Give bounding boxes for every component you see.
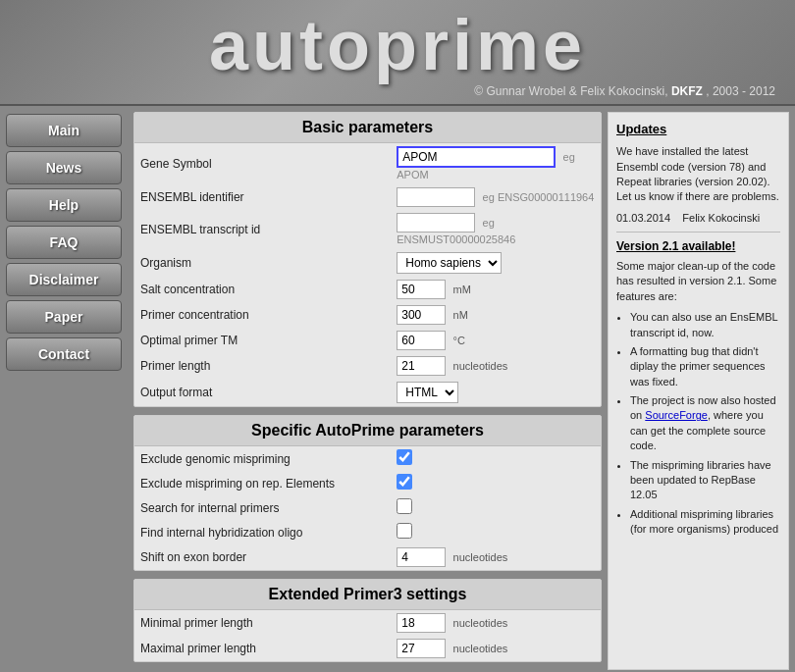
- updates-title: Updates: [616, 121, 780, 138]
- main-layout: Main News Help FAQ Disclaimer Paper Cont…: [0, 106, 795, 672]
- specific-params-table: Exclude genomic mispriming Exclude mispr…: [134, 446, 601, 570]
- shift-exon-input[interactable]: [397, 547, 446, 567]
- sidebar: Main News Help FAQ Disclaimer Paper Cont…: [0, 106, 128, 672]
- salt-conc-cell: mM: [391, 277, 601, 302]
- logo: autoprime: [0, 10, 795, 80]
- gene-symbol-input[interactable]: [397, 146, 556, 168]
- right-panel: Updates We have installed the latest Ens…: [608, 112, 789, 670]
- extended-params-table: Minimal primer length nucleotides Maxima…: [134, 610, 601, 661]
- sidebar-item-help[interactable]: Help: [6, 188, 122, 222]
- ensembl-id-label: ENSEMBL identifier: [134, 184, 391, 210]
- shift-exon-cell: nucleotides: [391, 544, 601, 570]
- search-internal-checkbox[interactable]: [397, 498, 412, 514]
- min-primer-input[interactable]: [397, 613, 446, 633]
- table-row: Exclude genomic mispriming: [134, 446, 601, 471]
- header: autoprime © Gunnar Wrobel & Felix Kokoci…: [0, 0, 795, 106]
- version-title: Version 2.1 available!: [616, 238, 780, 255]
- ensembl-transcript-input[interactable]: [397, 213, 475, 233]
- center-content: Basic parameters Gene Symbol eg APOM ENS…: [128, 106, 608, 672]
- sidebar-item-faq[interactable]: FAQ: [6, 226, 122, 259]
- table-row: Primer concentration nM: [134, 302, 601, 328]
- exclude-rep-checkbox[interactable]: [397, 474, 412, 490]
- primer-conc-cell: nM: [391, 302, 601, 328]
- table-row: Find internal hybridization oligo: [134, 520, 601, 544]
- primer-length-input[interactable]: [397, 356, 446, 376]
- primer-conc-input[interactable]: [397, 305, 446, 325]
- ensembl-transcript-label: ENSEMBL transcript id: [134, 210, 391, 249]
- max-primer-unit: nucleotides: [453, 643, 508, 654]
- max-primer-label: Maximal primer length: [134, 636, 391, 661]
- organism-label: Organism: [134, 249, 391, 277]
- list-item: Additional mispriming libraries (for mor…: [630, 507, 780, 538]
- primer-conc-label: Primer concentration: [134, 302, 391, 328]
- version-intro: Some major clean-up of the code has resu…: [616, 259, 780, 304]
- basic-params-title: Basic parameters: [134, 113, 601, 143]
- table-row: Optimal primer TM °C: [134, 328, 601, 353]
- min-primer-cell: nucleotides: [391, 610, 601, 636]
- find-hybridization-cell: [391, 520, 601, 544]
- primer-conc-unit: nM: [453, 309, 468, 321]
- table-row: Output format HTML Text: [134, 379, 601, 406]
- output-format-cell: HTML Text: [391, 379, 601, 406]
- organism-select[interactable]: Homo sapiens Mus musculus: [397, 252, 502, 274]
- sidebar-item-disclaimer[interactable]: Disclaimer: [6, 263, 122, 296]
- table-row: Search for internal primers: [134, 495, 601, 520]
- output-format-select[interactable]: HTML Text: [397, 382, 458, 403]
- organism-cell: Homo sapiens Mus musculus: [391, 249, 601, 277]
- optimal-tm-input[interactable]: [397, 331, 446, 350]
- find-hybridization-checkbox[interactable]: [397, 523, 412, 539]
- primer-length-unit: nucleotides: [453, 360, 508, 372]
- specific-params-title: Specific AutoPrime parameters: [134, 416, 601, 446]
- table-row: Primer length nucleotides: [134, 353, 601, 379]
- basic-params-table: Gene Symbol eg APOM ENSEMBL identifier e…: [134, 143, 601, 406]
- specific-params-section: Specific AutoPrime parameters Exclude ge…: [133, 415, 602, 571]
- ensembl-id-input[interactable]: [397, 187, 475, 207]
- search-internal-label: Search for internal primers: [134, 495, 391, 520]
- salt-conc-input[interactable]: [397, 280, 446, 299]
- sidebar-item-main[interactable]: Main: [6, 114, 122, 147]
- sidebar-item-contact[interactable]: Contact: [6, 337, 122, 371]
- sourceforge-link[interactable]: SourceForge: [645, 409, 708, 421]
- exclude-genomic-checkbox[interactable]: [397, 449, 412, 465]
- sidebar-item-news[interactable]: News: [6, 151, 122, 184]
- optimal-tm-unit: °C: [453, 335, 465, 346]
- list-item: You can also use an EnsEMBL transcript i…: [630, 310, 780, 340]
- basic-params-section: Basic parameters Gene Symbol eg APOM ENS…: [133, 112, 602, 407]
- min-primer-label: Minimal primer length: [134, 610, 391, 636]
- gene-symbol-label: Gene Symbol: [134, 143, 391, 184]
- max-primer-input[interactable]: [397, 639, 446, 658]
- table-row: Gene Symbol eg APOM: [134, 143, 601, 184]
- shift-exon-label: Shift on exon border: [134, 544, 391, 570]
- primer-length-label: Primer length: [134, 353, 391, 379]
- table-row: ENSEMBL identifier eg ENSG00000111964: [134, 184, 601, 210]
- table-row: ENSEMBL transcript id eg ENSMUST00000025…: [134, 210, 601, 249]
- table-row: Minimal primer length nucleotides: [134, 610, 601, 636]
- list-item: The project is now also hosted on Source…: [630, 393, 780, 454]
- list-item: A formatting bug that didn't diplay the …: [630, 344, 780, 389]
- updates-text: We have installed the latest Ensembl cod…: [616, 144, 780, 205]
- salt-conc-unit: mM: [453, 284, 471, 295]
- ensembl-id-cell: eg ENSG00000111964: [391, 184, 601, 210]
- find-hybridization-label: Find internal hybridization oligo: [134, 520, 391, 544]
- ensembl-transcript-cell: eg ENSMUST00000025846: [391, 210, 601, 249]
- gene-symbol-cell: eg APOM: [391, 143, 601, 184]
- table-row: Exclude mispriming on rep. Elements: [134, 471, 601, 495]
- sidebar-item-paper[interactable]: Paper: [6, 300, 122, 334]
- ensembl-id-eg: eg ENSG00000111964: [483, 191, 595, 203]
- exclude-genomic-cell: [391, 446, 601, 471]
- optimal-tm-label: Optimal primer TM: [134, 328, 391, 353]
- shift-exon-unit: nucleotides: [453, 551, 508, 563]
- version-list: You can also use an EnsEMBL transcript i…: [616, 310, 780, 537]
- optimal-tm-cell: °C: [391, 328, 601, 353]
- search-internal-cell: [391, 495, 601, 520]
- output-format-label: Output format: [134, 379, 391, 406]
- table-row: Maximal primer length nucleotides: [134, 636, 601, 661]
- max-primer-cell: nucleotides: [391, 636, 601, 661]
- table-row: Shift on exon border nucleotides: [134, 544, 601, 570]
- extended-params-title: Extended Primer3 settings: [134, 580, 601, 610]
- extended-params-section: Extended Primer3 settings Minimal primer…: [133, 579, 602, 662]
- primer-length-cell: nucleotides: [391, 353, 601, 379]
- exclude-rep-cell: [391, 471, 601, 495]
- min-primer-unit: nucleotides: [453, 617, 508, 629]
- exclude-rep-label: Exclude mispriming on rep. Elements: [134, 471, 391, 495]
